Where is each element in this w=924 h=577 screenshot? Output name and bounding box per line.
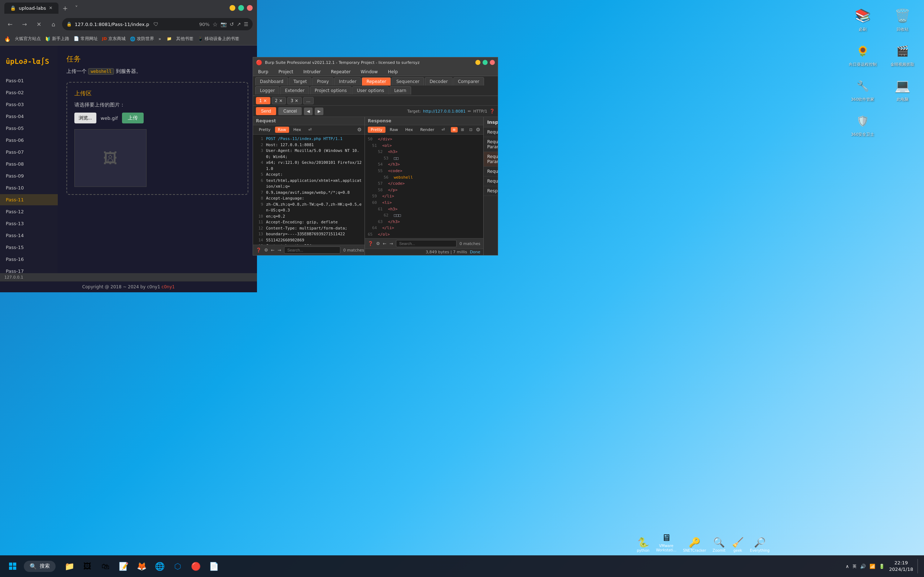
menu-window[interactable]: Window xyxy=(358,69,380,75)
share-icon[interactable]: ↗ xyxy=(237,21,241,27)
taskbar-app-sourceinsight[interactable]: 📝 xyxy=(116,558,131,574)
browser-tab-uploadlabs[interactable]: 🔒 upload-labs ✕ xyxy=(4,3,58,14)
tab-target[interactable]: Target xyxy=(289,77,311,85)
repeater-tab-2[interactable]: 2 × xyxy=(272,97,286,104)
minimize-button[interactable]: − xyxy=(229,5,235,11)
back-button[interactable]: ← xyxy=(4,18,16,30)
resp-tab-raw[interactable]: Raw xyxy=(387,127,401,133)
nav-pass14[interactable]: Pass-14 xyxy=(0,230,58,241)
menu-intruder[interactable]: Intruder xyxy=(301,69,323,75)
more-icon[interactable]: ☰ xyxy=(243,21,248,27)
resp-view-btn1[interactable]: ≡ xyxy=(451,127,458,132)
nav-pass10[interactable]: Pass-10 xyxy=(0,182,58,193)
forward-button[interactable]: → xyxy=(19,18,30,30)
desktop-icon-360guard[interactable]: 🛡️ 360安全卫士 xyxy=(845,109,881,140)
menu-project[interactable]: Project xyxy=(276,69,295,75)
inspector-row-body-params[interactable]: Request Body Parameters 2 › xyxy=(484,152,498,167)
bookmark-mobile[interactable]: 📱 移动设备上的书签 xyxy=(198,36,239,42)
menu-burp[interactable]: Burp xyxy=(256,69,270,75)
nav-pass11[interactable]: Pass-11 xyxy=(0,194,58,205)
repeater-tab-1[interactable]: 1 × xyxy=(256,97,270,104)
home-button[interactable]: ⌂ xyxy=(48,18,59,30)
resp-nav-next-icon[interactable]: → xyxy=(389,241,393,246)
taskbar-clock[interactable]: 22:19 2024/1/18 xyxy=(889,560,913,573)
bookmark-newbie[interactable]: 🔰 新手上路 xyxy=(45,36,69,42)
bookmark-more[interactable]: » xyxy=(158,37,161,42)
req-tab-pretty[interactable]: Pretty xyxy=(256,127,274,133)
taskbar-app-edge[interactable]: 🌐 xyxy=(152,558,168,574)
req-tab-newline[interactable]: ⏎ xyxy=(305,127,314,133)
req-help-icon[interactable]: ❓ xyxy=(256,248,261,253)
response-html-area[interactable]: 50 </div> 51 <ol> 52 <h3> 53 □□ xyxy=(365,135,483,238)
app-python[interactable]: 🐍 python xyxy=(634,535,652,554)
taskbar-network-icon[interactable]: 📶 xyxy=(869,564,875,569)
taskbar-app-burp[interactable]: 🔴 xyxy=(188,558,203,574)
taskbar-app-vscode[interactable]: ⬡ xyxy=(169,558,185,574)
bookmark-jd[interactable]: JD 京东商城 xyxy=(102,36,126,42)
desktop-icon-video[interactable]: 🎬 金睛视频抓取 xyxy=(884,39,921,70)
taskbar-show-desktop-button[interactable] xyxy=(918,559,920,574)
send-button[interactable]: Send xyxy=(256,107,276,115)
tab-overflow-button[interactable]: ˅ xyxy=(75,5,78,11)
desktop-icon-pc[interactable]: 💻 此电脑 xyxy=(884,74,921,105)
start-button[interactable] xyxy=(4,558,21,574)
burp-minimize-button[interactable] xyxy=(475,60,481,65)
screenshot-icon[interactable]: 📷 xyxy=(221,21,227,27)
nav-pass16[interactable]: Pass-16 xyxy=(0,254,58,265)
maximize-button[interactable]: □ xyxy=(238,5,244,11)
inspector-row-request-attrs[interactable]: Request Attributes 2 › xyxy=(484,127,498,137)
repeater-tab-more[interactable]: ... xyxy=(303,97,314,104)
desktop-icon-sunflower[interactable]: 🌻 向日葵远程控制 xyxy=(845,39,881,70)
tab-intruder[interactable]: Intruder xyxy=(334,77,361,85)
edit-target-icon[interactable]: ✏ xyxy=(468,109,471,114)
burp-close-button[interactable] xyxy=(490,60,495,65)
nav-pass07[interactable]: Pass-07 xyxy=(0,147,58,158)
inspector-row-req-headers[interactable]: Request Headers 15 › xyxy=(484,176,498,186)
taskbar-search-box[interactable]: 🔍 搜索 xyxy=(24,561,56,572)
target-value[interactable]: http://127.0.0.1:8081 xyxy=(423,109,466,114)
nav-pass12[interactable]: Pass-12 xyxy=(0,206,58,217)
resp-tab-pretty[interactable]: Pretty xyxy=(368,127,385,133)
url-bar[interactable]: 🔒 127.0.0.1:8081/Pass-11/index.p 🛡 90% ☆… xyxy=(62,18,253,30)
nav-pass09[interactable]: Pass-09 xyxy=(0,170,58,182)
menu-repeater[interactable]: Repeater xyxy=(329,69,353,75)
desktop-icon-recycle[interactable]: 🗑️ 回收站 xyxy=(884,3,921,35)
tab-extender[interactable]: Extender xyxy=(280,86,309,95)
nav-pass17[interactable]: Pass-17 xyxy=(0,266,58,273)
nav-pass03[interactable]: Pass-03 xyxy=(0,99,58,110)
browse-button[interactable]: 浏览... xyxy=(74,113,97,123)
taskbar-app-firefox[interactable]: 🦊 xyxy=(134,558,150,574)
tab-learn[interactable]: Learn xyxy=(389,86,411,95)
req-nav-prev-icon[interactable]: ← xyxy=(271,248,275,253)
inspector-row-cookies[interactable]: Request Cookies 0 › xyxy=(484,167,498,176)
desktop-icon-bisha[interactable]: 📚 必刷 xyxy=(845,3,881,35)
req-settings2-icon[interactable]: ⚙ xyxy=(264,248,268,253)
desktop-icon-360[interactable]: 🔧 360软件管家 xyxy=(845,74,881,105)
tab-decoder[interactable]: Decoder xyxy=(425,77,453,85)
app-vmware[interactable]: 🖥 VMwareWorkstati... xyxy=(653,531,679,554)
cancel-button[interactable]: Cancel xyxy=(278,107,302,115)
tab-sequencer[interactable]: Sequencer xyxy=(392,77,424,85)
bookmark-common[interactable]: 📄 常用网址 xyxy=(74,36,98,42)
resp-nav-prev-icon[interactable]: ← xyxy=(383,241,387,246)
response-search-input[interactable] xyxy=(396,240,456,247)
bookmark-sec[interactable]: 🌐 攻防世界 xyxy=(130,36,154,42)
new-tab-button[interactable]: + xyxy=(60,3,71,13)
inspector-row-query-params[interactable]: Request Query Parameters 0 › xyxy=(484,137,498,152)
app-snetcracker[interactable]: 🔑 SNETCracker xyxy=(680,535,709,554)
repeater-tab-3[interactable]: 3 × xyxy=(287,97,302,104)
nav-next-button[interactable]: ▶ xyxy=(315,108,323,115)
resp-view-btn3[interactable]: ⊡ xyxy=(468,127,474,132)
req-settings-icon[interactable]: ⚙ xyxy=(357,127,362,133)
tab-logger[interactable]: Logger xyxy=(255,86,279,95)
nav-prev-button[interactable]: ◀ xyxy=(304,108,313,115)
resp-tab-hex[interactable]: Hex xyxy=(402,127,416,133)
tab-proxy[interactable]: Proxy xyxy=(312,77,334,85)
nav-pass05[interactable]: Pass-05 xyxy=(0,123,58,134)
taskbar-volume-icon[interactable]: 🔊 xyxy=(860,564,866,569)
close-button[interactable]: ✕ xyxy=(247,5,253,11)
req-tab-raw[interactable]: Raw xyxy=(275,127,289,133)
upload-submit-button[interactable]: 上传 xyxy=(122,113,144,123)
resp-settings2-icon[interactable]: ⚙ xyxy=(376,241,380,246)
app-geek[interactable]: 🧹 geek xyxy=(729,535,747,554)
